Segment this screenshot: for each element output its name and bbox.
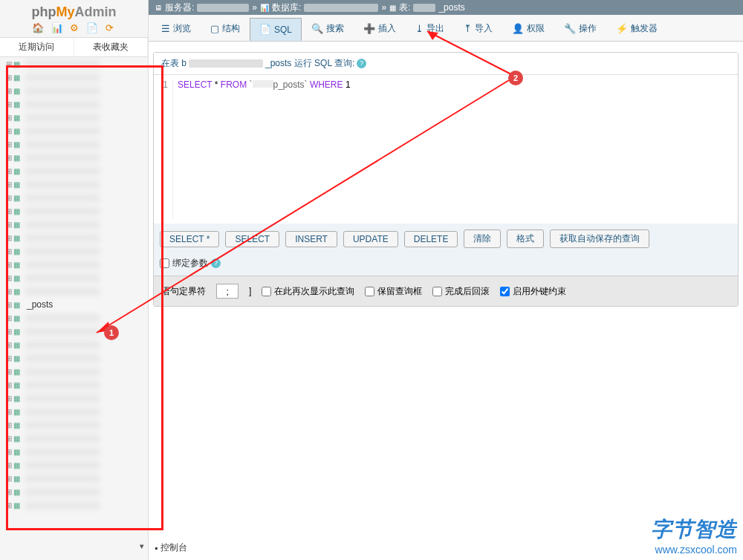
fk-checkbox[interactable] [500,287,510,296]
tree-item[interactable]: ⊞▦ [3,231,148,244]
expand-icon[interactable]: ⊞ [6,221,13,229]
tree-item[interactable]: ⊞▦ [3,164,148,178]
tab-import[interactable]: ⤒导入 [454,16,502,41]
expand-icon[interactable]: ⊞ [6,114,13,122]
tree-item[interactable]: ⊞▦ [3,218,148,231]
tree-item[interactable]: ⊞▦ [3,405,148,418]
tree-item[interactable]: ⊞▦ [3,432,148,445]
expand-icon[interactable]: ⊞ [6,247,13,255]
tab-favorites[interactable]: 表收藏夹 [74,38,149,56]
expand-icon[interactable]: ⊞ [6,461,13,469]
tree-item[interactable]: ⊞▦ [3,311,148,325]
tree-item[interactable]: ⊞▦ [3,271,148,284]
expand-icon[interactable]: ⊞ [6,488,13,496]
btn-insert[interactable]: INSERT [285,231,337,247]
tree-item[interactable]: ⊞▦ [3,191,148,204]
tree-item[interactable]: ⊞▦ [3,258,148,271]
tab-export[interactable]: ⤓导出 [406,16,454,41]
tree-item[interactable]: ⊞▦ [3,151,148,164]
tab-browse[interactable]: ☰浏览 [152,16,201,41]
tab-triggers[interactable]: ⚡触发器 [606,16,667,41]
expand-icon[interactable]: ⊞ [6,381,13,389]
show-again-checkbox[interactable] [262,287,271,296]
tree-item[interactable]: ⊞▦ [3,124,148,137]
expand-icon[interactable]: ⊞ [6,207,13,215]
expand-icon[interactable]: ⊞ [6,167,13,175]
expand-icon[interactable]: ⊞ [6,314,13,322]
expand-icon[interactable]: ⊞ [6,475,13,483]
btn-autosave[interactable]: 获取自动保存的查询 [550,229,649,248]
expand-icon[interactable]: ⊞ [6,100,13,108]
tree-item[interactable]: ⊞▦ [3,418,148,432]
tree-item[interactable]: ⊞▦ [3,244,148,258]
expand-icon[interactable]: ⊞ [6,328,13,336]
toolbar-icons[interactable]: 🏠 📊 ⚙ 📄 ⟳ [6,20,142,36]
tree-item[interactable]: ⊞▦ [3,351,148,365]
expand-icon[interactable]: ⊞ [6,394,13,403]
btn-delete[interactable]: DELETE [404,231,458,247]
tree-item[interactable]: ⊞▦ [3,378,148,391]
btn-select[interactable]: SELECT [225,231,279,247]
expand-icon[interactable]: ⊞ [6,234,13,242]
tree-item[interactable]: ⊞▦ [3,472,148,485]
expand-icon[interactable]: ⊞ [6,501,13,509]
tab-privileges[interactable]: 👤权限 [502,16,554,41]
tree-item[interactable]: ⊞▦ [3,498,148,512]
expand-icon[interactable]: ⊞ [6,354,13,362]
expand-icon[interactable]: ⊞ [6,180,13,189]
tree-item[interactable]: ⊞▦ [3,284,148,298]
tree-item[interactable]: ⊞▦ [3,204,148,218]
btn-update[interactable]: UPDATE [343,231,398,247]
expand-icon[interactable]: ⊞ [6,434,13,443]
expand-icon[interactable]: ⊞ [6,261,13,269]
tab-search[interactable]: 🔍搜索 [302,16,354,41]
retain-checkbox[interactable] [365,287,374,296]
rollback-checkbox[interactable] [432,287,442,296]
btn-format[interactable]: 格式 [507,229,544,248]
expand-icon[interactable]: ⊞ [6,140,13,149]
console-btn[interactable]: ▪ 控制台 [149,541,187,554]
tree-item[interactable]: ⊞▦ [3,391,148,405]
expand-icon[interactable]: ⊞ [6,60,13,68]
expand-icon[interactable]: ⊞ [6,448,13,456]
tree-item[interactable]: ⊞▦ [3,71,148,84]
expand-icon[interactable]: ⊞ [6,127,13,135]
btn-select-all[interactable]: SELECT * [160,231,219,247]
expand-icon[interactable]: ⊞ [6,74,13,82]
sql-editor[interactable]: 1 SELECT * FROM `p_posts` WHERE 1 [154,75,738,224]
tree-item[interactable]: ⊞▦ [3,338,148,351]
expand-icon[interactable]: ⊞ [6,301,13,309]
expand-icon[interactable]: ⊞ [6,341,13,349]
expand-icon[interactable]: ⊞ [6,408,13,416]
expand-icon[interactable]: ⊞ [6,368,13,376]
sql-code[interactable]: SELECT * FROM `p_posts` WHERE 1 [173,79,733,219]
tree-item[interactable]: ⊞▦ [3,485,148,498]
tab-operations[interactable]: 🔧操作 [554,16,606,41]
delimiter-input[interactable] [216,284,239,299]
tree-item[interactable]: ⊞▦ [3,325,148,338]
tab-structure[interactable]: ▢结构 [201,16,250,41]
tab-sql[interactable]: 📄SQL [250,18,302,41]
db-tree[interactable]: ⊞▦⊞▦⊞▦⊞▦⊞▦⊞▦⊞▦⊞▦⊞▦⊞▦⊞▦⊞▦⊞▦⊞▦⊞▦⊞▦⊞▦⊞▦⊞▦_p… [0,57,148,533]
tree-item[interactable]: ⊞▦ [3,97,148,111]
tree-item[interactable]: ⊞▦ [3,458,148,472]
help-icon[interactable]: ? [211,258,221,268]
btn-clear[interactable]: 清除 [464,229,501,248]
expand-icon[interactable]: ⊞ [6,287,13,296]
tree-item[interactable]: ⊞▦ [3,137,148,151]
tree-item[interactable]: ⊞▦ [3,178,148,191]
tree-item[interactable]: ⊞▦ [3,111,148,124]
tree-item[interactable]: ⊞▦ [3,57,148,71]
help-icon[interactable]: ? [357,59,366,68]
tree-item[interactable]: ⊞▦ [3,84,148,97]
tree-item[interactable]: ⊞▦ [3,445,148,458]
expand-icon[interactable]: ⊞ [6,154,13,162]
bind-params-checkbox[interactable] [160,258,169,268]
tree-item[interactable]: ⊞▦ [3,365,148,378]
expand-icon[interactable]: ⊞ [6,194,13,202]
tree-scroll-handle[interactable]: ▾ [140,541,144,551]
expand-icon[interactable]: ⊞ [6,421,13,429]
tree-item[interactable]: ⊞▦_posts [3,298,148,311]
expand-icon[interactable]: ⊞ [6,87,13,95]
tab-insert[interactable]: ➕插入 [354,16,406,41]
